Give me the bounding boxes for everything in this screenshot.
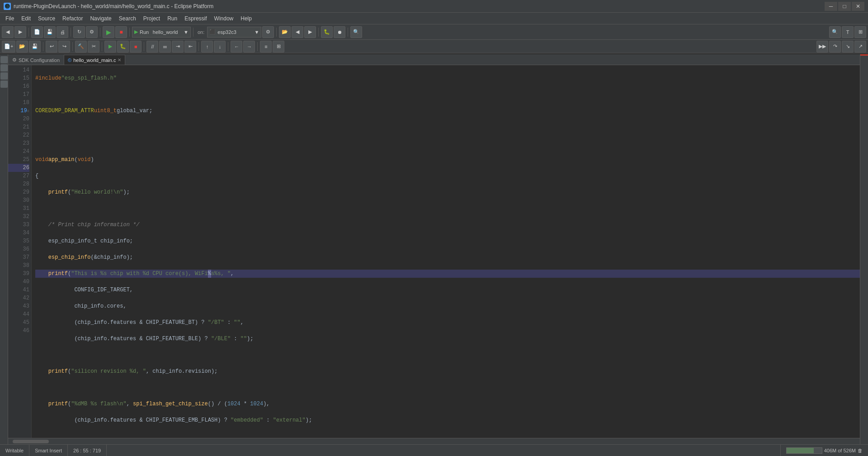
collapse-all-button[interactable]: ≡ [260, 41, 272, 52]
debug-view-button[interactable]: ▶▶ [816, 41, 828, 52]
code-line-16: COREDUMP_DRAM_ATTR uint8_t global_var; [35, 107, 860, 115]
tab-sdk-configuration[interactable]: ⚙ SDK Configuration [8, 55, 64, 65]
print-button[interactable]: 🖨 [57, 26, 68, 38]
open2-button[interactable]: 📂 [16, 41, 28, 52]
line-num-25: 25 [8, 156, 29, 164]
menu-edit[interactable]: Edit [18, 14, 34, 23]
hscroll-thumb[interactable] [13, 440, 49, 443]
step-over-button[interactable]: ↷ [829, 41, 841, 52]
left-icon-1[interactable] [0, 56, 8, 63]
forward-button[interactable]: ▶ [14, 26, 26, 38]
left-icon-3[interactable] [0, 72, 8, 80]
open-button[interactable]: 📂 [279, 26, 291, 38]
menu-run[interactable]: Run [164, 14, 181, 23]
code-editor[interactable]: 14 15 16 17 18 19○ 20 21 22 23 24 25 26 … [8, 65, 860, 444]
menu-espressif[interactable]: Espressif [181, 14, 210, 23]
move-down-button[interactable]: ↓ [214, 41, 226, 52]
edit-toolbar-sep5 [198, 42, 199, 51]
run-button[interactable]: ▶ [103, 26, 114, 38]
line-num-39: 39 [8, 270, 29, 278]
code-scroll-area[interactable]: 14 15 16 17 18 19○ 20 21 22 23 24 25 26 … [8, 65, 860, 438]
code-line-34: printf("%dMB %s flash\n", spi_flash_get_… [35, 400, 860, 408]
line-num-42: 42 [8, 294, 29, 302]
toggle-comment-button[interactable]: // [146, 41, 158, 52]
config-name: hello_world [149, 29, 182, 35]
move-up-button[interactable]: ↑ [201, 41, 213, 52]
status-mode-text: Writable [5, 448, 24, 453]
menu-search[interactable]: Search [115, 14, 140, 23]
search-button2[interactable]: 🔍 [350, 26, 362, 38]
code-line-32: printf("silicon revision %d, ", chip_inf… [35, 367, 860, 375]
perspective-button[interactable]: ⊞ [854, 26, 866, 38]
minimize-button[interactable]: ─ [825, 2, 837, 11]
back-button[interactable]: ◀ [2, 26, 14, 38]
line-num-34: 34 [8, 229, 29, 237]
line-num-23: 23 [8, 139, 29, 147]
title-bar: 🌑 runtime-PluginDevLaunch - hello_world/… [0, 0, 868, 13]
search-side-button[interactable]: 🔍 [829, 26, 841, 38]
code-line-29: (chip_info.features & CHIP_FEATURE_BT) ?… [35, 318, 860, 327]
run2-button[interactable]: ▶ [104, 41, 116, 52]
undo-button[interactable]: ↩ [46, 41, 57, 52]
nav-fwd-button[interactable]: ▶ [304, 26, 316, 38]
stop-button[interactable]: ■ [115, 26, 127, 38]
menu-file[interactable]: File [2, 14, 18, 23]
indent-button[interactable]: ⇥ [172, 41, 184, 52]
menu-navigate[interactable]: Navigate [86, 14, 115, 23]
gc-icon[interactable]: 🗑 [858, 448, 863, 453]
prev-edit-button[interactable]: ← [231, 41, 242, 52]
target-settings-button[interactable]: ⚙ [262, 26, 274, 38]
line-num-19: 19○ [8, 107, 29, 115]
code-text[interactable]: #include "esp_spi_flash.h" COREDUMP_DRAM… [32, 65, 860, 438]
maximize-button[interactable]: □ [838, 2, 851, 11]
save2-button[interactable]: 💾 [29, 41, 41, 52]
nav-back-button[interactable]: ◀ [292, 26, 303, 38]
redo-button[interactable]: ↪ [58, 41, 70, 52]
menu-refactor[interactable]: Refactor [59, 14, 86, 23]
build-button[interactable]: 🔨 [75, 41, 87, 52]
target-dropdown[interactable]: ⬛ esp32c3 ▼ [207, 27, 261, 38]
menu-window[interactable]: Window [211, 14, 237, 23]
close-button[interactable]: ✕ [852, 2, 864, 11]
run-config-dropdown[interactable]: ▶ Run hello_world ▼ [132, 27, 191, 38]
expand-all-button[interactable]: ⊞ [273, 41, 284, 52]
line-num-44: 44 [8, 310, 29, 318]
unindent-button[interactable]: ⇤ [184, 41, 196, 52]
window-controls[interactable]: ─ □ ✕ [825, 2, 864, 11]
horizontal-scrollbar[interactable] [8, 438, 860, 444]
menu-source[interactable]: Source [34, 14, 59, 23]
left-icon-2[interactable] [0, 64, 8, 71]
refresh-button[interactable]: ↻ [73, 26, 85, 38]
code-line-33 [35, 384, 860, 392]
menu-project[interactable]: Project [140, 14, 164, 23]
tab-hello-world-main[interactable]: © hello_world_main.c ✕ [64, 55, 125, 65]
dropdown-arrow[interactable]: ▼ [184, 29, 189, 35]
target-dropdown-arrow[interactable]: ▼ [254, 29, 259, 35]
stop2-button[interactable]: ■ [130, 41, 142, 52]
debug2-button[interactable]: 🐛 [117, 41, 129, 52]
breakpoint-button[interactable]: ⏺ [334, 26, 345, 38]
open-type-button[interactable]: T [842, 26, 854, 38]
error-marker[interactable] [860, 54, 868, 56]
menu-help[interactable]: Help [237, 14, 255, 23]
save-button[interactable]: 💾 [44, 26, 56, 38]
line-num-35: 35 [8, 237, 29, 245]
clean-button[interactable]: ✂ [88, 41, 99, 52]
line-num-36: 36 [8, 245, 29, 253]
memory-bar-fill [787, 448, 814, 453]
step-into-button[interactable]: ↘ [842, 41, 854, 52]
toolbar-separator2 [71, 28, 71, 37]
new2-button[interactable]: 📄+ [2, 41, 15, 52]
chip-icon: ⬛ [209, 29, 216, 35]
left-icon-4[interactable] [0, 81, 8, 88]
properties-button[interactable]: ⚙ [86, 26, 98, 38]
tab-close-button[interactable]: ✕ [118, 57, 121, 62]
format-button[interactable]: ⚌ [159, 41, 171, 52]
debug-button[interactable]: 🐛 [321, 26, 333, 38]
toolbar-separator6 [276, 28, 277, 37]
status-bar: Writable Smart Insert 26 : 55 : 719 406M… [0, 444, 868, 456]
step-return-button[interactable]: ↗ [854, 41, 866, 52]
new-button[interactable]: 📄 [31, 26, 43, 38]
status-mode: Writable [0, 445, 29, 456]
next-edit-button[interactable]: → [243, 41, 255, 52]
